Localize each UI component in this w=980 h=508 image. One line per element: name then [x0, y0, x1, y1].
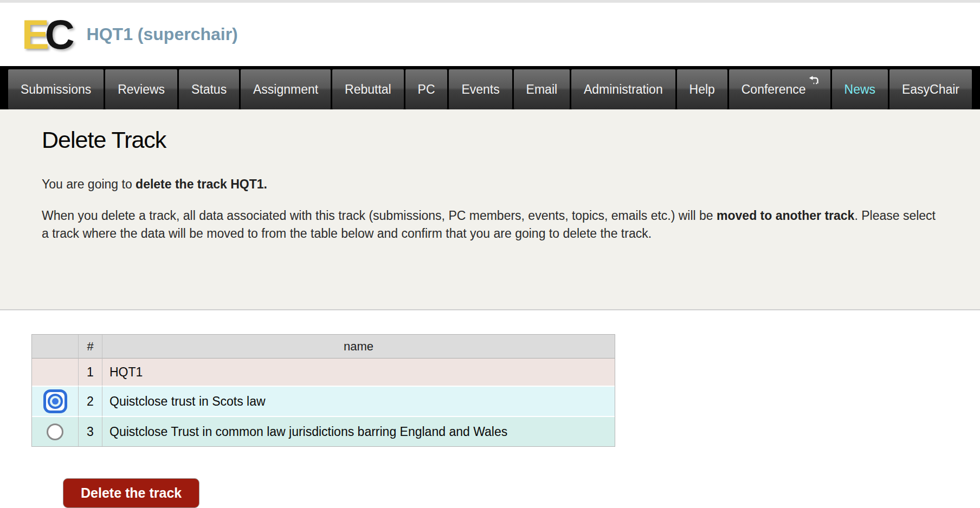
- radio-cell: [32, 416, 79, 446]
- table-row: 1 HQT1: [32, 359, 615, 386]
- tab-news[interactable]: News: [832, 69, 888, 109]
- tab-reviews[interactable]: Reviews: [105, 69, 177, 109]
- instructions-seg2: moved to another track: [717, 209, 854, 223]
- lower-section: # name 1 HQT1 2 Quistclose trust: [0, 310, 980, 508]
- track-name: Quistclose trust in Scots law: [102, 386, 615, 416]
- return-arrow-icon: [807, 75, 819, 90]
- page-header: EC HQT1 (superchair): [0, 3, 980, 66]
- radio-dot: [52, 398, 59, 405]
- track-name: Quistclose Trust in common law jurisdict…: [102, 416, 615, 446]
- intro-normal: You are going to: [42, 177, 136, 191]
- conference-title: HQT1 (superchair): [87, 24, 238, 44]
- table-header-row: # name: [32, 335, 615, 359]
- radio-cell: [32, 386, 79, 416]
- table-row: 2 Quistclose trust in Scots law: [32, 386, 615, 416]
- intro-text: You are going to delete the track HQT1.: [42, 177, 938, 192]
- page-title: Delete Track: [42, 127, 938, 153]
- intro-bold: delete the track HQT1.: [136, 177, 267, 191]
- main-nav: Submissions Reviews Status Assignment Re…: [0, 66, 980, 109]
- tab-status[interactable]: Status: [179, 69, 239, 109]
- tab-conference[interactable]: Conference: [729, 69, 830, 109]
- header-radio-column: [32, 335, 79, 359]
- tab-events[interactable]: Events: [449, 69, 512, 109]
- instructions-seg1: When you delete a track, all data associ…: [42, 209, 717, 223]
- tab-email[interactable]: Email: [514, 69, 570, 109]
- tab-rebuttal[interactable]: Rebuttal: [332, 69, 404, 109]
- delete-track-button[interactable]: Delete the track: [63, 478, 199, 508]
- tab-administration[interactable]: Administration: [571, 69, 675, 109]
- radio-unselected[interactable]: [47, 424, 63, 440]
- tab-easychair[interactable]: EasyChair: [889, 69, 972, 109]
- radio-cell-empty: [32, 359, 79, 386]
- tab-submissions[interactable]: Submissions: [8, 69, 104, 109]
- header-name-column: name: [102, 335, 615, 359]
- radio-selected[interactable]: [43, 389, 67, 413]
- tab-assignment[interactable]: Assignment: [241, 69, 331, 109]
- radio-ring: [48, 394, 63, 409]
- easychair-logo[interactable]: EC: [22, 14, 70, 55]
- track-name: HQT1: [102, 359, 615, 386]
- instructions-text: When you delete a track, all data associ…: [42, 207, 938, 243]
- tab-pc[interactable]: PC: [405, 69, 448, 109]
- content-section: Delete Track You are going to delete the…: [0, 109, 980, 310]
- tracks-table: # name 1 HQT1 2 Quistclose trust: [31, 334, 615, 447]
- track-number: 3: [79, 416, 102, 446]
- logo-letter-c: C: [45, 11, 70, 57]
- track-number: 1: [79, 359, 102, 386]
- logo-letter-e: E: [22, 11, 45, 57]
- track-number: 2: [79, 386, 102, 416]
- table-row: 3 Quistclose Trust in common law jurisdi…: [32, 416, 615, 446]
- header-num-column: #: [79, 335, 102, 359]
- tab-help[interactable]: Help: [677, 69, 727, 109]
